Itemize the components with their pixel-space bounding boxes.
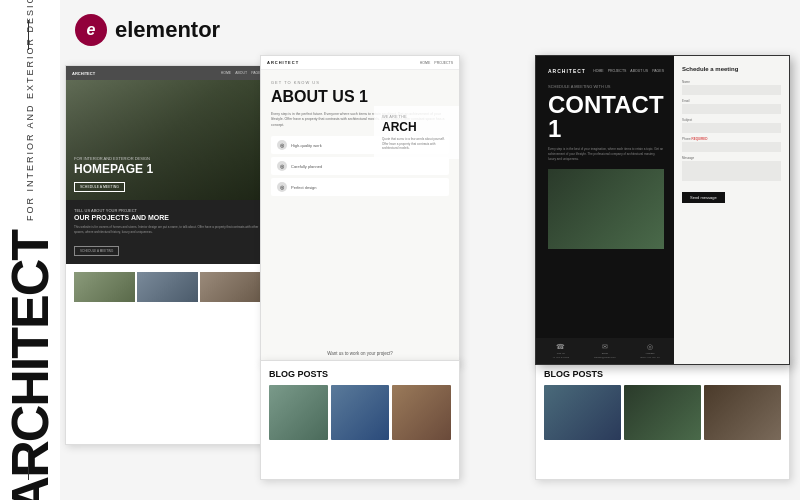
about-title: ABOUT US 1 (271, 88, 449, 106)
mockups-container: ARCHITECT HOME ABOUT PAGES FOR INTERIOR … (65, 55, 790, 490)
contact-address-label: Address (645, 352, 654, 355)
about-navbar: ARCHITECT HOME PROJECTS (261, 56, 459, 70)
contact-bottom-bar: ☎ Call Us +1 764 547295 ✉ Email Design@g… (536, 338, 676, 364)
homepage-section-text: This website is for owners of homes and … (74, 225, 261, 234)
sidebar-subtitle: FOR INTERIOR AND EXTERIOR DESIGN (25, 0, 35, 221)
contact-nav-pages: PAGES (652, 69, 664, 73)
contact-building-image (548, 169, 664, 249)
form-field-message: Message (682, 156, 781, 181)
elementor-badge: e elementor (75, 14, 220, 46)
form-input-email[interactable] (682, 104, 781, 114)
feature-item-3: ◎ Perfect design (271, 178, 449, 196)
blog-center-title: BLOG POSTS (269, 369, 451, 379)
homepage-nav-about: ABOUT (235, 71, 247, 75)
contact-desc: Every step is in the best of your imagin… (548, 147, 664, 161)
contact-right: Schedule a meeting Name Email Subject Ph… (674, 56, 789, 364)
contact-bottom-call: ☎ Call Us +1 764 547295 (552, 343, 569, 359)
blog-right-img-2 (624, 385, 701, 440)
blog-right-title: BLOG POSTS (544, 369, 781, 379)
homepage-nav-home: HOME (221, 71, 232, 75)
contact-nav-links: HOME PROJECTS ABOUT US PAGES (593, 69, 664, 73)
homepage-nav-links: HOME ABOUT PAGES (221, 71, 263, 75)
elementor-icon: e (75, 14, 107, 46)
blog-right-img-3 (704, 385, 781, 440)
contact-nav-about: ABOUT US (630, 69, 648, 73)
feature-text-2: Carefully planned (291, 164, 322, 169)
email-icon: ✉ (602, 343, 608, 351)
sidebar-vertical-text: FOR INTERIOR AND EXTERIOR DESIGN ARCHITE… (4, 0, 56, 500)
sidebar: FOR INTERIOR AND EXTERIOR DESIGN ARCHITE… (0, 0, 60, 500)
feature-icon-3: ◎ (277, 182, 287, 192)
homepage-hero-subtitle: FOR INTERIOR AND EXTERIOR DESIGN (74, 156, 261, 161)
homepage-hero: FOR INTERIOR AND EXTERIOR DESIGN HOMEPAG… (66, 80, 269, 200)
contact-nav: ARCHITECT HOME PROJECTS ABOUT US PAGES (548, 68, 664, 74)
contact-bottom-email: ✉ Email Design@gmail.com (594, 343, 616, 359)
work-with-us: Want us to work on your project? (327, 351, 393, 356)
contact-address-value: Bivd. Ave. No. 19 (640, 356, 659, 359)
contact-nav-projects: PROJECTS (608, 69, 627, 73)
contact-left: ARCHITECT HOME PROJECTS ABOUT US PAGES S… (536, 56, 676, 364)
proj-img-2 (137, 272, 198, 302)
contact-call-value: +1 764 547295 (552, 356, 569, 359)
contact-title: CONTACT 1 (548, 93, 664, 141)
homepage-projects (66, 264, 269, 310)
contact-call-label: Call Us (557, 352, 565, 355)
contact-bottom-address: ◎ Address Bivd. Ave. No. 19 (640, 343, 659, 359)
we-are-title: ARCH (382, 120, 451, 134)
we-are-text: Quote that sums to a few words about you… (382, 137, 451, 151)
blog-right-img-1 (544, 385, 621, 440)
form-input-phone[interactable] (682, 142, 781, 152)
form-textarea-message[interactable] (682, 161, 781, 181)
feature-text-1: High-quality work (291, 143, 322, 148)
proj-img-1 (74, 272, 135, 302)
deco-line-bottom (28, 450, 29, 480)
form-field-name: Name (682, 80, 781, 95)
form-title: Schedule a meeting (682, 66, 781, 72)
homepage-section: TELL US ABOUT YOUR PROJECT OUR PROJECTS … (66, 200, 269, 264)
we-are-box: WE ARE THE ARCH Quote that sums to a few… (374, 106, 459, 159)
form-field-phone: Phone REQUIRED (682, 137, 781, 152)
main-content: e elementor ARCHITECT HOME ABOUT PAGES F… (55, 0, 800, 500)
form-field-email: Email (682, 99, 781, 114)
form-label-subject: Subject (682, 118, 781, 122)
homepage-proj-grid (74, 272, 261, 302)
phone-icon: ☎ (556, 343, 565, 351)
feature-item-2: ◎ Carefully planned (271, 157, 449, 175)
blog-center-img-1 (269, 385, 328, 440)
mockup-blog-right: BLOG POSTS (535, 360, 790, 480)
homepage-hero-title: HOMEPAGE 1 (74, 163, 261, 176)
blog-right-grid (544, 385, 781, 440)
about-nav-links: HOME PROJECTS (420, 61, 453, 65)
mockup-blog-center: BLOG POSTS (260, 360, 460, 480)
homepage-hero-button[interactable]: SCHEDULE A MEETING (74, 182, 125, 192)
sidebar-title: ARCHITECT (4, 231, 56, 500)
contact-email-label: Email (602, 352, 608, 355)
form-send-button[interactable]: Send message (682, 192, 725, 203)
homepage-logo: ARCHITECT (72, 71, 95, 76)
contact-logo: ARCHITECT (548, 68, 586, 74)
blog-center-img-3 (392, 385, 451, 440)
we-are-label: WE ARE THE (382, 114, 451, 119)
homepage-section-button[interactable]: SCHEDULE A MEETING (74, 246, 119, 256)
form-label-email: Email (682, 99, 781, 103)
about-nav-home: HOME (420, 61, 431, 65)
homepage-section-heading: OUR PROJECTS AND MORE (74, 214, 261, 221)
form-input-name[interactable] (682, 85, 781, 95)
mockup-contact: ARCHITECT HOME PROJECTS ABOUT US PAGES S… (535, 55, 790, 365)
proj-img-3 (200, 272, 261, 302)
location-icon: ◎ (647, 343, 653, 351)
contact-nav-home: HOME (593, 69, 604, 73)
about-logo: ARCHITECT (267, 60, 299, 65)
form-input-subject[interactable] (682, 123, 781, 133)
feature-text-3: Perfect design (291, 185, 317, 190)
blog-center-grid (269, 385, 451, 440)
homepage-section-label: TELL US ABOUT YOUR PROJECT (74, 208, 261, 213)
form-field-subject: Subject (682, 118, 781, 133)
contact-schedule-label: SCHEDULE A MEETING WITH US (548, 84, 664, 89)
blog-center-img-2 (331, 385, 390, 440)
form-label-name: Name (682, 80, 781, 84)
feature-icon-1: ◎ (277, 140, 287, 150)
elementor-label: elementor (115, 17, 220, 43)
about-label: GET TO KNOW US (271, 80, 449, 85)
about-nav-projects: PROJECTS (434, 61, 453, 65)
